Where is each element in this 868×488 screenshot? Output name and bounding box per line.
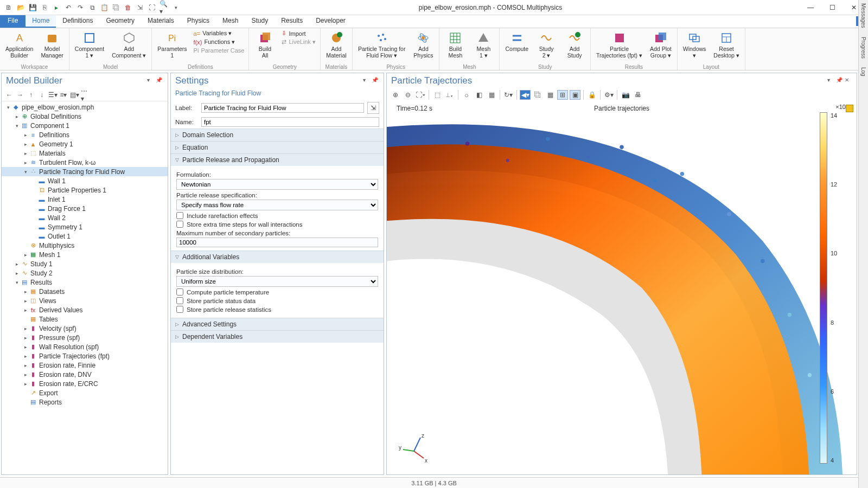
- name-input[interactable]: [201, 117, 379, 127]
- ribbon-livelink[interactable]: ⇄LiveLink ▾: [279, 38, 317, 46]
- tree-item[interactable]: ▸▮Erosion rate, DNV: [2, 370, 168, 379]
- ribbon-reset-desktop[interactable]: ResetDesktop ▾: [710, 29, 742, 60]
- ribbon-parameters[interactable]: PiParameters1: [154, 29, 190, 60]
- select-box-icon[interactable]: ▦: [545, 90, 556, 100]
- tree-item[interactable]: ↗Export: [2, 388, 168, 397]
- qat-new-icon[interactable]: 🗎: [4, 3, 13, 12]
- max-secondary-input[interactable]: [176, 237, 378, 247]
- section-advanced-settings[interactable]: ▷Advanced Settings: [171, 318, 384, 330]
- show-icon[interactable]: ▤▾: [70, 91, 79, 99]
- tree-toggle-icon[interactable]: ▸: [14, 261, 20, 267]
- qat-dup-icon[interactable]: ⿻: [112, 3, 120, 12]
- model-tree[interactable]: ▾◆pipe_elbow_erosion.mph▸⊕Global Definit…: [2, 101, 168, 474]
- tree-toggle-icon[interactable]: ▸: [22, 132, 29, 138]
- ribbon-functions[interactable]: f(x)Functions ▾: [192, 38, 247, 46]
- tree-toggle-icon[interactable]: ▾: [22, 169, 29, 175]
- tree-toggle-icon[interactable]: ▸: [22, 307, 29, 313]
- ribbon-compute[interactable]: Compute: [502, 29, 532, 54]
- graphics-canvas[interactable]: Time=0.12 s Particle trajectories: [387, 101, 857, 474]
- collapse-icon[interactable]: ☰▾: [48, 91, 57, 99]
- zoom-extents-icon[interactable]: ⛶▾: [415, 90, 426, 100]
- tree-item[interactable]: ▸∿Study 2: [2, 268, 168, 278]
- select-entity-icon[interactable]: ▣: [570, 90, 580, 100]
- zoom-out-icon[interactable]: ⊖: [403, 90, 413, 100]
- tab-results[interactable]: Results: [275, 15, 309, 28]
- ribbon-build-all[interactable]: BuildAll: [251, 29, 278, 60]
- panel-pin-icon[interactable]: 📌: [836, 77, 844, 85]
- ribbon-mesh1[interactable]: Mesh1 ▾: [470, 29, 497, 60]
- ribbon-particle-trajectories[interactable]: ParticleTrajectories (fpt) ▾: [593, 29, 646, 60]
- ribbon-application-builder[interactable]: AApplicationBuilder: [2, 29, 36, 60]
- transparency-icon[interactable]: ◧: [474, 90, 484, 100]
- print-icon[interactable]: 🖶: [633, 90, 643, 100]
- tree-item[interactable]: ▸▮Particle Trajectories (fpt): [2, 351, 168, 361]
- tree-item[interactable]: ▾∴Particle Tracing for Fluid Flow: [2, 167, 168, 176]
- default-view-icon[interactable]: ⬚: [432, 90, 443, 100]
- minimize-button[interactable]: ―: [805, 2, 816, 13]
- formulation-select[interactable]: Newtonian: [176, 179, 378, 190]
- section-domain-selection[interactable]: ▷Domain Selection: [171, 129, 384, 141]
- expand-icon[interactable]: ≡▾: [59, 91, 68, 99]
- ribbon-build-mesh[interactable]: BuildMesh: [442, 29, 469, 60]
- tab-mesh[interactable]: Mesh: [216, 15, 245, 28]
- qat-goto-icon[interactable]: ⇲: [136, 3, 144, 12]
- qat-open-icon[interactable]: 📂: [16, 3, 25, 12]
- tree-item[interactable]: ▸≋Turbulent Flow, k-ω: [2, 158, 168, 167]
- ribbon-parameter-case[interactable]: PiParameter Case: [192, 47, 247, 54]
- qat-save-icon[interactable]: 💾: [28, 3, 37, 12]
- section-dependent-variables[interactable]: ▷Dependent Variables: [171, 330, 384, 343]
- goto-source-button[interactable]: ⇲: [367, 102, 379, 114]
- maximize-button[interactable]: ☐: [827, 2, 838, 13]
- qat-redo-icon[interactable]: ↷: [76, 3, 85, 12]
- ribbon-variables[interactable]: a=Variables ▾: [192, 29, 247, 37]
- ribbon-add-plot-group[interactable]: Add PlotGroup ▾: [647, 29, 675, 60]
- tree-item[interactable]: ▸▮Erosion rate, Finnie: [2, 361, 168, 370]
- qat-saveas-icon[interactable]: ⎘: [40, 3, 49, 12]
- zoom-in-icon[interactable]: ⊕: [390, 90, 401, 100]
- tree-toggle-icon[interactable]: ▸: [22, 363, 29, 368]
- chk-release-stats[interactable]: [176, 306, 183, 313]
- tree-item[interactable]: ▸▮Wall Resolution (spf): [2, 342, 168, 351]
- qat-delete-icon[interactable]: 🗑: [124, 3, 132, 12]
- wireframe-icon[interactable]: ▦: [486, 90, 497, 100]
- tree-item[interactable]: ▾▥Component 1: [2, 121, 168, 130]
- tree-toggle-icon[interactable]: ▸: [22, 344, 29, 350]
- qat-screenshot-icon[interactable]: ⛶: [148, 3, 156, 12]
- tree-item[interactable]: ▸◫Views: [2, 296, 168, 305]
- ribbon-import[interactable]: ⇩Import: [279, 29, 317, 37]
- tree-toggle-icon[interactable]: ▸: [22, 381, 29, 387]
- qat-undo-icon[interactable]: ↶: [64, 3, 73, 12]
- ribbon-add-study[interactable]: AddStudy: [561, 29, 588, 60]
- label-input[interactable]: [201, 103, 364, 113]
- tree-item[interactable]: ▸≡Definitions: [2, 130, 168, 139]
- ribbon-ptff[interactable]: Particle Tracing forFluid Flow ▾: [355, 29, 409, 60]
- tree-item[interactable]: ▸▦Datasets: [2, 287, 168, 296]
- more-icon[interactable]: ⋯▾: [81, 91, 90, 99]
- play-button[interactable]: ◀▾: [520, 90, 531, 100]
- tree-toggle-icon[interactable]: ▸: [22, 160, 29, 165]
- qat-more-icon[interactable]: ▾: [171, 3, 180, 12]
- ribbon-windows[interactable]: Windows▾: [680, 29, 710, 60]
- warning-badge-icon[interactable]: [846, 105, 853, 112]
- ribbon-add-physics[interactable]: AddPhysics: [410, 29, 437, 60]
- tree-item[interactable]: ▾▤Results: [2, 278, 168, 287]
- camera-icon[interactable]: 📷: [620, 90, 631, 100]
- tree-toggle-icon[interactable]: ▾: [5, 105, 11, 110]
- section-additional-variables[interactable]: ▽Additional Variables: [171, 251, 384, 263]
- tree-item[interactable]: ▸⬚Materials: [2, 149, 168, 158]
- tree-toggle-icon[interactable]: ▸: [22, 335, 29, 341]
- tree-toggle-icon[interactable]: ▸: [22, 354, 29, 359]
- chk-temperature[interactable]: [176, 288, 183, 296]
- nav-up-icon[interactable]: ↑: [27, 91, 35, 99]
- tree-item[interactable]: ▸▮Velocity (spf): [2, 324, 168, 333]
- tree-item[interactable]: ▬Drag Force 1: [2, 204, 168, 213]
- sidebar-tab-log[interactable]: Log: [860, 70, 866, 76]
- tree-toggle-icon[interactable]: ▸: [22, 142, 29, 147]
- ribbon-add-material[interactable]: AddMaterial: [323, 29, 350, 60]
- qat-find-icon[interactable]: 🔍▾: [159, 3, 168, 12]
- panel-menu-icon[interactable]: ▾: [827, 77, 835, 85]
- panel-pin-icon[interactable]: 📌: [372, 77, 379, 85]
- qat-paste-icon[interactable]: 📋: [100, 3, 108, 12]
- tree-item[interactable]: ⊗Multiphysics: [2, 241, 168, 250]
- ribbon-add-component[interactable]: AddComponent ▾: [108, 29, 149, 60]
